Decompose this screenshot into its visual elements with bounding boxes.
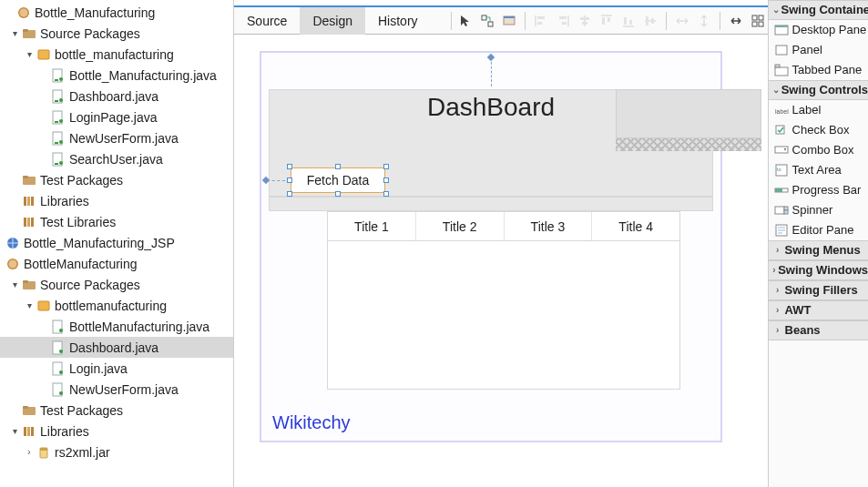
tree-node-folder[interactable]: Test Libraries — [0, 211, 233, 232]
chevron-down-icon[interactable]: ▾ — [9, 426, 20, 436]
table-header: Title 1 Title 2 Title 3 Title 4 — [328, 212, 679, 241]
svg-rect-78 — [784, 210, 788, 214]
palette-category-containers[interactable]: ⌄Swing Containers — [769, 0, 868, 20]
tree-node-project[interactable]: Bottle_Manufacturing_JSP — [0, 232, 233, 253]
palette-item-spinner[interactable]: Spinner — [769, 200, 868, 220]
tree-node-file-selected[interactable]: Dashboard.java — [0, 337, 233, 358]
chevron-down-icon: ⌄ — [772, 0, 780, 20]
jframe-canvas[interactable]: DashBoard Fetch Data Title 1 Title 2 — [260, 51, 722, 442]
resize-handle[interactable] — [287, 164, 292, 169]
projects-panel: Bottle_Manufacturing ▾ Source Packages ▾… — [0, 0, 234, 487]
palette-category-windows[interactable]: ›Swing Windows — [769, 260, 868, 280]
palette-category-controls[interactable]: ⌄Swing Controls — [769, 80, 868, 100]
tree-label: Test Packages — [40, 173, 123, 188]
align-bottom-icon[interactable] — [618, 11, 638, 31]
chevron-down-icon[interactable]: ▾ — [9, 279, 20, 289]
desktop-pane-icon — [774, 23, 789, 37]
category-label: AWT — [785, 300, 812, 320]
chevron-down-icon[interactable]: ▾ — [9, 28, 20, 38]
tree-node-folder[interactable]: Libraries — [0, 190, 233, 211]
palette-category-awt[interactable]: ›AWT — [769, 300, 868, 320]
tree-node-folder[interactable]: ▾Libraries — [0, 421, 233, 441]
jpanel[interactable] — [269, 197, 713, 211]
palette-item-panel[interactable]: Panel — [769, 40, 868, 60]
palette-item-progressbar[interactable]: Progress Bar — [769, 180, 868, 200]
palette-item-label: Label — [792, 100, 822, 120]
tree-node-folder[interactable]: Test Packages — [0, 169, 233, 190]
category-label: Swing Controls — [781, 80, 868, 100]
tree-node-folder[interactable]: ▾Source Packages — [0, 274, 233, 295]
tree-node-file[interactable]: Bottle_Manufacturing.java — [0, 65, 233, 86]
svg-rect-43 — [40, 448, 47, 451]
design-canvas-area[interactable]: DashBoard Fetch Data Title 1 Title 2 — [234, 35, 768, 487]
svg-rect-67 — [775, 67, 788, 76]
table-column-header[interactable]: Title 3 — [505, 212, 593, 240]
palette-item-checkbox[interactable]: Check Box — [769, 120, 868, 140]
tree-node-file[interactable]: Login.java — [0, 358, 233, 379]
dashboard-title-label[interactable]: DashBoard — [261, 93, 720, 122]
chevron-down-icon: ⌄ — [772, 80, 780, 100]
chevron-down-icon[interactable]: ▾ — [24, 300, 35, 310]
tree-node-jar[interactable]: ›rs2xml.jar — [0, 441, 233, 462]
resize-handle[interactable] — [383, 178, 389, 183]
grid-icon[interactable] — [748, 11, 768, 31]
svg-rect-44 — [482, 15, 486, 20]
palette-category-beans[interactable]: ›Beans — [769, 320, 868, 340]
svg-rect-65 — [775, 25, 788, 27]
fetch-data-button[interactable]: Fetch Data — [291, 167, 385, 193]
tree-node-folder[interactable]: ▾ Source Packages — [0, 23, 233, 44]
svg-rect-4 — [38, 50, 49, 59]
tree-label: BottleManufacturing — [24, 257, 138, 271]
align-top-icon[interactable] — [597, 11, 617, 31]
tree-label: SearchUser.java — [69, 152, 163, 167]
palette-category-menus[interactable]: ›Swing Menus — [769, 240, 868, 260]
tree-node-file[interactable]: SearchUser.java — [0, 148, 233, 169]
align-left-icon[interactable] — [531, 11, 551, 31]
resize-h-icon[interactable] — [672, 11, 692, 31]
tree-node-folder[interactable]: Test Packages — [0, 400, 233, 421]
align-center-v-icon[interactable] — [640, 11, 660, 31]
tree-node-file[interactable]: NewUserForm.java — [0, 379, 233, 400]
svg-point-1 — [20, 8, 28, 16]
tab-history[interactable]: History — [365, 7, 431, 35]
svg-rect-16 — [23, 176, 28, 178]
tab-design[interactable]: Design — [300, 7, 365, 35]
tree-node-package[interactable]: ▾ bottle_manufacturing — [0, 44, 233, 65]
table-column-header[interactable]: Title 4 — [592, 212, 679, 240]
tree-node-project[interactable]: Bottle_Manufacturing — [0, 2, 233, 23]
palette-item-desktop-pane[interactable]: Desktop Pane — [769, 20, 868, 40]
palette-item-textarea[interactable]: txText Area — [769, 160, 868, 180]
tree-node-package[interactable]: ▾bottlemanufacturing — [0, 295, 233, 316]
jtable[interactable]: Title 1 Title 2 Title 3 Title 4 — [327, 211, 680, 390]
table-column-header[interactable]: Title 1 — [328, 212, 416, 240]
palette-item-combobox[interactable]: Combo Box — [769, 140, 868, 160]
tree-node-project[interactable]: BottleManufacturing — [0, 253, 233, 274]
expand-icon[interactable] — [726, 11, 746, 31]
align-center-h-icon[interactable] — [575, 11, 595, 31]
libraries-icon — [22, 194, 36, 208]
tree-node-file[interactable]: Dashboard.java — [0, 86, 233, 107]
palette-category-fillers[interactable]: ›Swing Fillers — [769, 280, 868, 300]
selection-mode-icon[interactable] — [455, 11, 475, 31]
palette-item-editorpane[interactable]: Editor Pane — [769, 220, 868, 240]
preview-design-icon[interactable] — [499, 11, 519, 31]
palette-item-tabbed-pane[interactable]: Tabbed Pane — [769, 60, 868, 80]
tree-node-file[interactable]: NewUserForm.java — [0, 127, 233, 148]
resize-handle[interactable] — [335, 164, 341, 169]
resize-v-icon[interactable] — [694, 11, 714, 31]
project-tree[interactable]: Bottle_Manufacturing ▾ Source Packages ▾… — [0, 0, 233, 462]
tree-node-file[interactable]: BottleManufacturing.java — [0, 316, 233, 337]
table-column-header[interactable]: Title 2 — [416, 212, 505, 240]
connection-mode-icon[interactable] — [477, 11, 497, 31]
palette-item-label: Progress Bar — [792, 180, 862, 200]
tree-node-file[interactable]: LoginPage.java — [0, 107, 233, 127]
palette-item-label[interactable]: labelLabel — [769, 100, 868, 120]
chevron-right-icon[interactable]: › — [24, 447, 35, 457]
svg-rect-22 — [31, 218, 34, 227]
selected-component[interactable]: Fetch Data — [291, 167, 385, 193]
align-right-icon[interactable] — [553, 11, 573, 31]
resize-handle[interactable] — [383, 164, 389, 169]
resize-handle[interactable] — [287, 178, 292, 183]
tab-source[interactable]: Source — [234, 7, 300, 35]
chevron-down-icon[interactable]: ▾ — [24, 49, 35, 59]
